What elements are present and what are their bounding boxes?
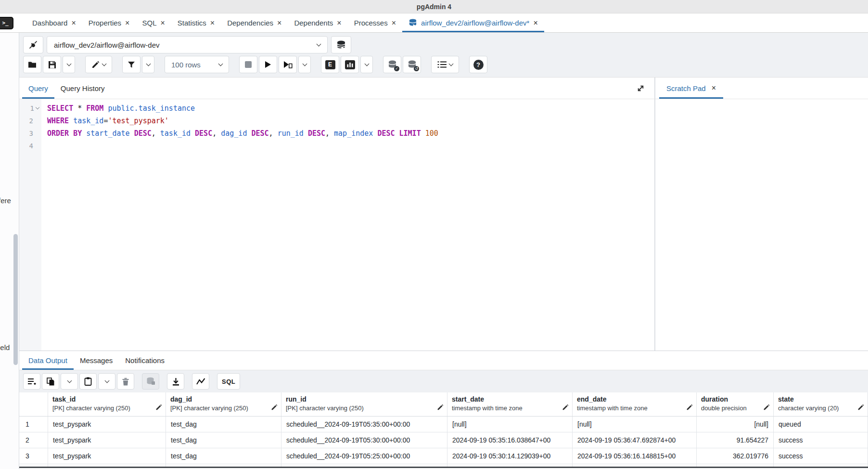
filter-options-chevron[interactable] (142, 56, 154, 73)
edit-menu-button[interactable] (85, 56, 112, 73)
cell-end-date[interactable]: 2024-09-19 05:36:16.148815+00 (573, 448, 697, 464)
tab-query[interactable]: Query (22, 78, 54, 99)
expand-editor-button[interactable] (634, 82, 647, 94)
open-file-button[interactable] (23, 56, 41, 73)
tab-statistics[interactable]: Statistics× (171, 13, 221, 32)
edit-cell-icon[interactable] (686, 404, 693, 411)
tab-notifications[interactable]: Notifications (119, 351, 171, 370)
close-icon[interactable]: × (712, 84, 716, 92)
edit-cell-icon[interactable] (437, 404, 444, 411)
save-file-button[interactable] (43, 56, 61, 73)
column-header-duration[interactable]: durationdouble precision (697, 392, 774, 416)
cell-dag-id[interactable]: test_dag (166, 417, 281, 432)
column-header-state[interactable]: statecharacter varying (20) (774, 392, 868, 416)
help-button[interactable]: ? (469, 56, 487, 73)
connection-status-button[interactable] (23, 36, 43, 53)
cell-run-id[interactable]: scheduled__2024-09-19T05:35:00+00:00 (281, 417, 447, 432)
cell-task-id[interactable]: test_pyspark (48, 448, 166, 464)
copy-button[interactable] (42, 373, 59, 390)
close-icon[interactable]: × (210, 19, 215, 27)
tab-scratch-pad[interactable]: Scratch Pad × (659, 78, 723, 99)
save-options-chevron[interactable] (63, 56, 75, 73)
cell-end-date[interactable]: [null] (573, 417, 697, 432)
paste-button[interactable] (79, 373, 97, 390)
row-number[interactable]: 3 (19, 448, 48, 464)
cell-state[interactable]: success (774, 448, 868, 464)
column-header-task-id[interactable]: task_id[PK] character varying (250) (48, 392, 166, 416)
row-number[interactable]: 2 (19, 432, 48, 448)
explain-options-chevron[interactable] (360, 56, 373, 73)
horizontal-scrollbar[interactable] (19, 467, 868, 468)
edit-cell-icon[interactable] (562, 404, 569, 411)
tab-sql[interactable]: SQL× (136, 13, 171, 32)
cell-end-date[interactable]: 2024-09-19 05:36:47.692874+00 (573, 432, 697, 448)
macros-button[interactable] (431, 56, 459, 73)
cell-start-date[interactable]: [null] (447, 417, 573, 432)
new-connection-button[interactable] (331, 36, 351, 53)
tab-dependents[interactable]: Dependents× (288, 13, 347, 32)
edit-cell-icon[interactable] (763, 404, 770, 411)
tab-processes[interactable]: Processes× (348, 13, 402, 32)
code-line[interactable]: 1SELECT * FROM public.task_instance (19, 102, 654, 115)
cell-run-id[interactable]: scheduled__2024-09-19T05:25:00+00:00 (281, 448, 447, 464)
tab-query-history[interactable]: Query History (54, 78, 111, 99)
tab-messages[interactable]: Messages (74, 351, 119, 370)
close-icon[interactable]: × (71, 19, 76, 27)
close-icon[interactable]: × (160, 19, 165, 27)
cell-start-date[interactable]: 2024-09-19 05:30:14.129039+00 (447, 448, 573, 464)
execute-script-button[interactable] (279, 56, 297, 73)
copy-options-chevron[interactable] (61, 373, 78, 390)
cell-duration[interactable]: 362.019776 (697, 448, 774, 464)
sql-button[interactable]: SQL (217, 373, 240, 390)
terminal-icon[interactable]: >_ (0, 17, 13, 29)
fold-chevron-icon[interactable] (36, 105, 39, 109)
graph-visualiser-button[interactable] (192, 373, 209, 390)
execute-options-chevron[interactable] (298, 56, 311, 73)
commit-button[interactable]: ✓ (383, 56, 401, 73)
explain-analyze-button[interactable] (341, 56, 359, 73)
scratch-pad-textarea[interactable] (655, 99, 868, 351)
code-line[interactable]: 4 (19, 140, 654, 152)
edit-cell-icon[interactable] (857, 404, 864, 411)
explain-button[interactable]: E (321, 56, 339, 73)
cell-state[interactable]: queued (774, 417, 868, 432)
cell-dag-id[interactable]: test_dag (166, 448, 281, 464)
paste-options-chevron[interactable] (98, 373, 115, 390)
delete-row-button[interactable] (117, 373, 134, 390)
edit-cell-icon[interactable] (155, 404, 162, 411)
cancel-query-button[interactable] (239, 56, 257, 73)
code-line[interactable]: 3ORDER BY start_date DESC, task_id DESC,… (19, 127, 654, 140)
vertical-scrollbar-thumb[interactable] (13, 234, 18, 365)
edit-cell-icon[interactable] (271, 404, 278, 411)
tab-data-output[interactable]: Data Output (22, 351, 74, 370)
add-row-button[interactable] (23, 373, 40, 390)
tab-dependencies[interactable]: Dependencies× (221, 13, 288, 32)
cell-task-id[interactable]: test_pyspark (48, 417, 166, 432)
cell-dag-id[interactable]: test_dag (166, 432, 281, 448)
connection-select[interactable]: airflow_dev2/airflow@airflow-dev (47, 36, 328, 53)
cell-task-id[interactable]: test_pyspark (48, 432, 166, 448)
column-header-end-date[interactable]: end_datetimestamp with time zone (573, 392, 697, 416)
row-number[interactable]: 1 (19, 417, 48, 432)
code-line[interactable]: 2WHERE task_id='test_pyspark' (19, 115, 654, 127)
cell-duration[interactable]: 91.654227 (697, 432, 774, 448)
execute-query-button[interactable] (259, 56, 277, 73)
close-icon[interactable]: × (533, 19, 537, 27)
close-icon[interactable]: × (392, 19, 396, 27)
column-header-run-id[interactable]: run_id[PK] character varying (250) (281, 392, 447, 416)
cell-run-id[interactable]: scheduled__2024-09-19T05:30:00+00:00 (281, 432, 447, 448)
rows-limit-select[interactable]: 100 rows (165, 56, 229, 73)
close-icon[interactable]: × (277, 19, 281, 27)
column-header-start-date[interactable]: start_datetimestamp with time zone (447, 392, 573, 416)
close-icon[interactable]: × (125, 19, 129, 27)
tab-dashboard[interactable]: Dashboard× (26, 13, 82, 32)
sql-editor[interactable]: 1SELECT * FROM public.task_instance2WHER… (19, 99, 654, 351)
tab-airflow-dev2-airflow-airflow-dev[interactable]: airflow_dev2/airflow@airflow-dev*× (402, 13, 544, 32)
tab-properties[interactable]: Properties× (82, 13, 136, 32)
rollback-button[interactable]: ↺ (403, 56, 421, 73)
cell-state[interactable]: success (774, 432, 868, 448)
cell-duration[interactable]: [null] (697, 417, 774, 432)
save-data-changes-button[interactable] (142, 373, 159, 390)
close-icon[interactable]: × (337, 19, 341, 27)
column-header-dag-id[interactable]: dag_id[PK] character varying (250) (166, 392, 281, 416)
